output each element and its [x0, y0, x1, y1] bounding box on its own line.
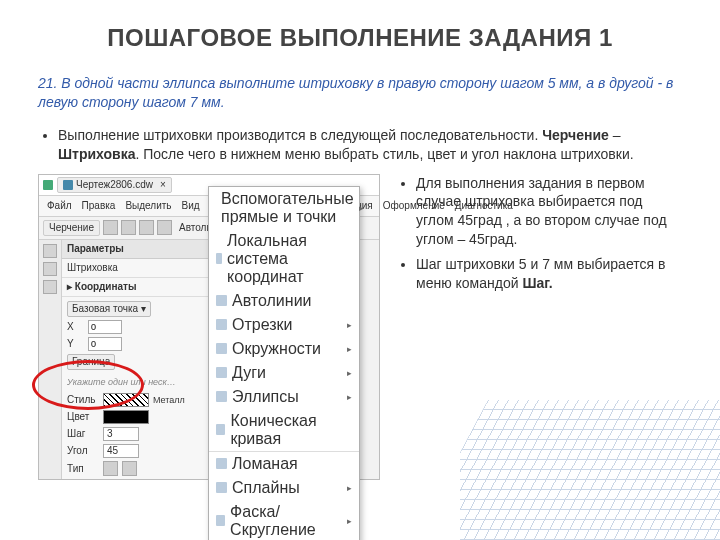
sidebar — [39, 240, 62, 480]
y-input[interactable] — [88, 337, 122, 351]
type-label: Тип — [67, 463, 99, 475]
panel-object: Штриховка — [62, 259, 210, 278]
page-title: ПОШАГОВОЕ ВЫПОЛНЕНИЕ ЗАДАНИЯ 1 — [38, 24, 682, 52]
menu-диагностика[interactable]: Диагностика — [451, 198, 517, 214]
menu-item[interactable]: Дуги — [209, 361, 359, 385]
menu-item[interactable]: Вспомогательные прямые и точки — [209, 187, 359, 229]
menu-item[interactable]: Фаска/Скругление — [209, 500, 359, 540]
menu-выделить[interactable]: Выделить — [121, 198, 175, 214]
boundary-button[interactable]: Граница — [67, 354, 115, 370]
tool-icon[interactable] — [139, 220, 154, 235]
menu-вид[interactable]: Вид — [178, 198, 204, 214]
panel-header: Параметры — [62, 240, 210, 259]
menu-item[interactable]: Ломаная — [209, 452, 359, 476]
type-icon[interactable] — [103, 461, 118, 476]
menu-item[interactable]: Коническая кривая — [209, 409, 359, 451]
x-input[interactable] — [88, 320, 122, 334]
menu-item[interactable]: Локальная система координат — [209, 229, 359, 289]
angle-label: Угол — [67, 445, 99, 457]
screenshot: Чертеж2806.cdw× ФайлПравкаВыделитьВидВст… — [38, 174, 378, 481]
properties-panel: Параметры Штриховка ▸ Координаты Базовая… — [62, 240, 211, 480]
angle-input[interactable]: 45 — [103, 444, 139, 458]
step-label: Шаг — [67, 428, 99, 440]
hint: Укажите один или неск… — [62, 374, 210, 391]
style-value: Металл — [153, 395, 185, 406]
type-icon[interactable] — [122, 461, 137, 476]
decorative-corner — [460, 400, 720, 540]
menu-item[interactable]: Эллипсы — [209, 385, 359, 409]
right-item-2: Шаг штриховки 5 и 7 мм выбирается в меню… — [416, 255, 682, 293]
x-label: X — [67, 321, 85, 333]
mode-tab[interactable]: Черчение — [43, 220, 100, 236]
menu-item[interactable]: Сплайны — [209, 476, 359, 500]
color-swatch[interactable] — [103, 410, 149, 424]
side-icon[interactable] — [43, 262, 57, 276]
step-1: Выполнение штриховки производится в след… — [58, 126, 682, 164]
base-point[interactable]: Базовая точка ▾ — [67, 301, 205, 317]
tool-icon[interactable] — [121, 220, 136, 235]
menu-item[interactable]: Автолинии — [209, 289, 359, 313]
task-text: 21. В одной части эллипса выполните штри… — [38, 74, 682, 112]
menu-item[interactable]: Окружности — [209, 337, 359, 361]
coord-header: ▸ Координаты — [62, 278, 210, 297]
menu-правка[interactable]: Правка — [78, 198, 120, 214]
side-icon[interactable] — [43, 280, 57, 294]
doc-tab[interactable]: Чертеж2806.cdw× — [57, 177, 172, 193]
right-list: Для выполнения задания в первом случае ш… — [396, 174, 682, 293]
menu-оформление[interactable]: Оформление — [379, 198, 449, 214]
drawing-menu-dropdown: Вспомогательные прямые и точкиЛокальная … — [208, 186, 360, 540]
style-swatch[interactable] — [103, 393, 149, 407]
color-label: Цвет — [67, 411, 99, 423]
tool-icon[interactable] — [103, 220, 118, 235]
y-label: Y — [67, 338, 85, 350]
tool-icon[interactable] — [157, 220, 172, 235]
menu-item[interactable]: Отрезки — [209, 313, 359, 337]
step-input[interactable]: 3 — [103, 427, 139, 441]
style-label: Стиль — [67, 394, 99, 406]
side-icon[interactable] — [43, 244, 57, 258]
app-icon — [43, 180, 53, 190]
step-list: Выполнение штриховки производится в след… — [38, 126, 682, 164]
menu-файл[interactable]: Файл — [43, 198, 76, 214]
